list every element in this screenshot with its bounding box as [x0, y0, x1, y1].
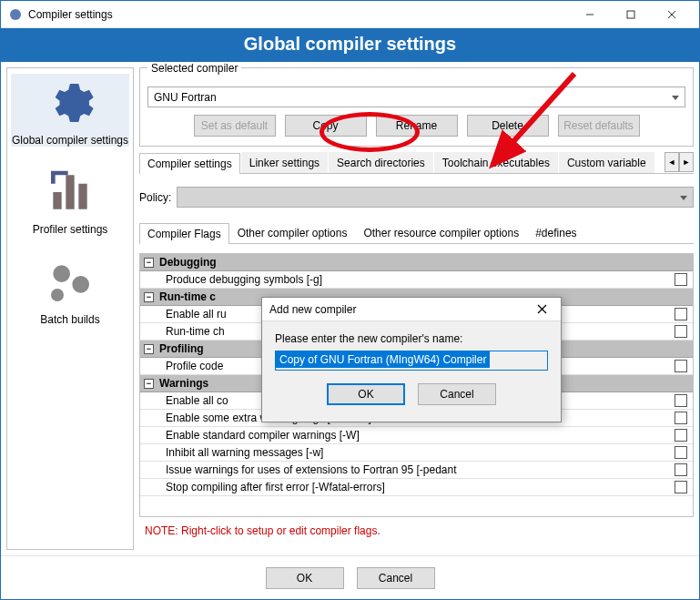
- delete-button[interactable]: Delete: [467, 115, 549, 137]
- app-icon: [8, 7, 23, 22]
- ok-button[interactable]: OK: [266, 567, 344, 589]
- flag-row[interactable]: Issue warnings for uses of extensions to…: [140, 462, 693, 479]
- dialog-prompt: Please enter the new compiler's name:: [275, 332, 548, 345]
- maximize-button[interactable]: [610, 1, 651, 28]
- flag-label: Inhibit all warning messages [-w]: [166, 446, 669, 459]
- compiler-name-value: Copy of GNU Fortran (MIngW64) Compiler: [276, 351, 490, 368]
- compiler-settings-window: Compiler settings Global compiler settin…: [0, 0, 700, 600]
- dialog-close-button[interactable]: [530, 298, 553, 321]
- flag-checkbox[interactable]: [675, 463, 687, 476]
- flag-checkbox[interactable]: [675, 481, 687, 493]
- category-sidebar: Global compiler settings Profiler settin…: [6, 67, 134, 550]
- dialog-cancel-button[interactable]: Cancel: [418, 383, 496, 405]
- add-new-compiler-dialog: Add new compiler Please enter the new co…: [261, 297, 562, 422]
- tab-compiler-settings[interactable]: Compiler settings: [139, 153, 240, 174]
- policy-label: Policy:: [139, 191, 171, 204]
- sidebar-item-label: Profiler settings: [11, 223, 129, 236]
- reset-defaults-button[interactable]: Reset defaults: [558, 115, 640, 137]
- collapse-icon: −: [144, 292, 154, 302]
- dialog-ok-button[interactable]: OK: [327, 383, 405, 405]
- fieldset-legend: Selected compiler: [147, 62, 241, 75]
- flag-group-label: Profiling: [159, 342, 204, 355]
- tab-toolchain-executables[interactable]: Toolchain executables: [434, 152, 558, 173]
- flag-label: Enable standard compiler warnings [-W]: [166, 429, 669, 442]
- svg-rect-2: [627, 11, 634, 18]
- subtab-other-compiler-options[interactable]: Other compiler options: [229, 222, 356, 243]
- tab-linker-settings[interactable]: Linker settings: [241, 152, 328, 173]
- collapse-icon: −: [144, 258, 154, 268]
- flag-row[interactable]: Stop compiling after first error [-Wfata…: [140, 479, 693, 496]
- flag-group-label: Debugging: [159, 256, 217, 269]
- window-title: Compiler settings: [28, 8, 569, 21]
- cancel-button[interactable]: Cancel: [357, 567, 435, 589]
- titlebar: Compiler settings: [1, 1, 699, 28]
- flag-row[interactable]: Enable standard compiler warnings [-W]: [140, 427, 693, 444]
- gear-icon: [41, 74, 99, 132]
- flag-row[interactable]: Inhibit all warning messages [-w]: [140, 444, 693, 462]
- banner-title: Global compiler settings: [1, 28, 699, 62]
- sidebar-item-batch[interactable]: Batch builds: [11, 253, 129, 326]
- profiler-icon: [41, 163, 99, 221]
- flag-group-label: Run-time c: [159, 290, 216, 303]
- sidebar-item-global-compiler[interactable]: Global compiler settings: [11, 74, 129, 147]
- main-tabs: Compiler settings Linker settings Search…: [139, 152, 694, 174]
- close-button[interactable]: [651, 1, 692, 28]
- flag-label: Stop compiling after first error [-Wfata…: [166, 481, 669, 493]
- tab-custom-variable[interactable]: Custom variable: [559, 152, 654, 173]
- set-default-button[interactable]: Set as default: [194, 115, 276, 137]
- flag-checkbox[interactable]: [675, 360, 687, 372]
- flag-group-label: Warnings: [159, 377, 208, 390]
- sidebar-item-label: Global compiler settings: [11, 134, 129, 147]
- tabs-scroll-left[interactable]: ◄: [664, 152, 679, 172]
- sidebar-item-profiler[interactable]: Profiler settings: [11, 163, 129, 236]
- rename-button[interactable]: Rename: [376, 115, 458, 137]
- policy-row: Policy:: [139, 179, 694, 211]
- flags-note: NOTE: Right-click to setup or edit compi…: [139, 523, 694, 539]
- flag-row[interactable]: Produce debugging symbols [-g]: [140, 271, 693, 289]
- policy-select[interactable]: [177, 187, 694, 208]
- flag-checkbox[interactable]: [675, 308, 687, 320]
- minimize-button[interactable]: [569, 1, 610, 28]
- compiler-select[interactable]: GNU Fortran: [147, 86, 685, 107]
- selected-compiler-fieldset: Selected compiler GNU Fortran Set as def…: [139, 67, 694, 147]
- flag-checkbox[interactable]: [675, 429, 687, 442]
- tabs-scroll-right[interactable]: ►: [679, 152, 694, 172]
- dialog-titlebar: Add new compiler: [262, 298, 561, 321]
- flag-label: Produce debugging symbols [-g]: [166, 273, 669, 286]
- flag-checkbox[interactable]: [675, 273, 687, 286]
- collapse-icon: −: [144, 379, 154, 389]
- svg-point-0: [10, 9, 21, 20]
- compiler-name-input[interactable]: Copy of GNU Fortran (MIngW64) Compiler: [275, 351, 548, 371]
- subtab-other-resource-options[interactable]: Other resource compiler options: [355, 222, 527, 243]
- flag-checkbox[interactable]: [675, 446, 687, 459]
- flag-checkbox[interactable]: [675, 325, 687, 338]
- dialog-title: Add new compiler: [269, 303, 530, 316]
- tab-search-directories[interactable]: Search directories: [329, 152, 433, 173]
- flag-checkbox[interactable]: [675, 394, 687, 407]
- flag-checkbox[interactable]: [675, 412, 687, 424]
- flag-label: Issue warnings for uses of extensions to…: [166, 463, 669, 476]
- copy-button[interactable]: Copy: [285, 115, 367, 137]
- compiler-select-value: GNU Fortran: [154, 91, 217, 104]
- subtab-defines[interactable]: #defines: [527, 222, 584, 243]
- flag-group-header[interactable]: −Debugging: [140, 254, 693, 271]
- sidebar-item-label: Batch builds: [11, 313, 129, 326]
- sub-tabs: Compiler Flags Other compiler options Ot…: [139, 222, 694, 244]
- dialog-bottom-bar: OK Cancel: [1, 555, 699, 599]
- subtab-compiler-flags[interactable]: Compiler Flags: [139, 223, 229, 244]
- batch-builds-icon: [41, 253, 99, 311]
- collapse-icon: −: [144, 344, 154, 354]
